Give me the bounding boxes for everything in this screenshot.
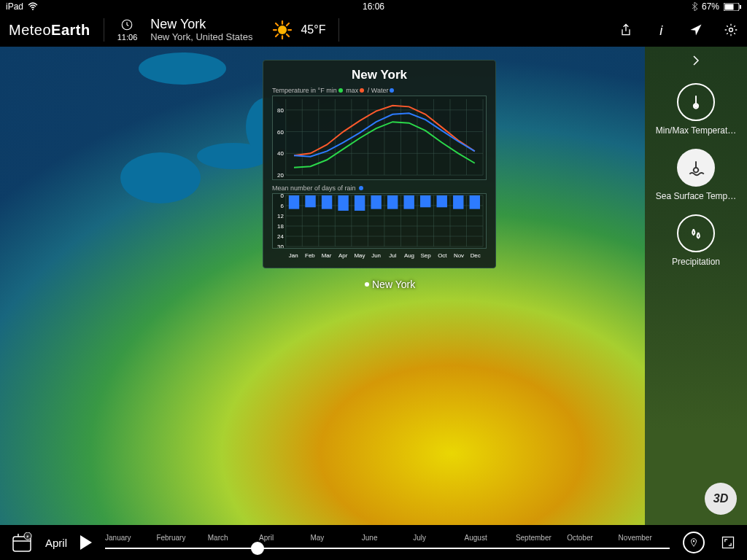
svg-rect-88 xyxy=(723,537,734,548)
layer-sea-surface-temp[interactable]: Sea Surface Temp… xyxy=(652,149,740,201)
svg-text:Mar: Mar xyxy=(322,252,332,259)
fullscreen-icon[interactable] xyxy=(721,535,735,550)
svg-point-87 xyxy=(693,540,694,542)
svg-text:Dec: Dec xyxy=(471,252,481,259)
temp-chart-legend: Temperature in °F min max / Water xyxy=(272,87,487,94)
app-header: MeteoEarth 11:06 New York New York, Unit… xyxy=(0,13,747,47)
calendar-icon: ☀ xyxy=(12,532,32,553)
status-clock: 16:06 xyxy=(363,1,384,12)
svg-point-10 xyxy=(197,143,270,169)
svg-text:Aug: Aug xyxy=(404,252,414,259)
timeline-footer: ☀ April JanuaryFebruaryMarchAprilMayJune… xyxy=(0,525,747,560)
svg-text:80: 80 xyxy=(277,107,284,114)
gmt-clock[interactable]: 11:06 xyxy=(117,18,138,42)
raindrops-icon xyxy=(686,224,705,243)
svg-point-8 xyxy=(139,52,226,85)
svg-text:40: 40 xyxy=(277,150,284,157)
temperature-chart: 20406080 xyxy=(272,96,487,180)
month-slider[interactable]: JanuaryFebruaryMarchAprilMayJuneJulyAugu… xyxy=(105,534,670,551)
svg-text:i: i xyxy=(659,23,663,37)
map-city-marker[interactable]: New York xyxy=(365,279,415,290)
bluetooth-icon xyxy=(692,2,697,11)
marker-dot-icon xyxy=(365,282,369,287)
layer-minmax-temp[interactable]: Min/Max Temperat… xyxy=(652,83,740,136)
svg-rect-62 xyxy=(338,195,348,211)
svg-rect-64 xyxy=(371,195,381,209)
rain-chart: 0612182430 xyxy=(272,193,487,249)
sst-icon xyxy=(686,158,705,177)
svg-text:20: 20 xyxy=(277,172,284,179)
svg-rect-60 xyxy=(305,195,315,207)
share-icon[interactable] xyxy=(619,23,633,37)
svg-rect-59 xyxy=(289,195,299,209)
play-button[interactable] xyxy=(80,535,92,550)
calendar-toggle[interactable]: ☀ xyxy=(12,532,32,553)
sun-icon xyxy=(271,19,293,41)
slider-thumb[interactable] xyxy=(251,542,264,555)
layer-precipitation[interactable]: Precipitation xyxy=(652,214,740,267)
rain-chart-legend: Mean number of days of rain xyxy=(272,184,487,192)
clock-icon xyxy=(120,18,133,31)
svg-text:☀: ☀ xyxy=(26,534,29,539)
svg-text:Nov: Nov xyxy=(454,252,464,259)
popup-title: New York xyxy=(272,68,487,82)
svg-rect-70 xyxy=(470,195,480,209)
svg-text:18: 18 xyxy=(277,223,284,230)
toggle-3d-button[interactable]: 3D xyxy=(705,483,737,515)
svg-rect-69 xyxy=(453,195,463,209)
city-name: New York xyxy=(150,17,252,32)
current-month-label: April xyxy=(45,537,67,549)
svg-point-9 xyxy=(120,152,201,203)
pin-icon xyxy=(689,537,699,548)
chevron-right-icon xyxy=(689,54,703,67)
svg-text:6: 6 xyxy=(280,203,284,209)
svg-point-83 xyxy=(694,104,698,108)
svg-point-7 xyxy=(729,28,733,32)
layer-panel: Min/Max Temperat… Sea Surface Temp… Prec… xyxy=(645,47,747,525)
svg-rect-3 xyxy=(740,5,741,9)
svg-rect-67 xyxy=(420,195,430,207)
collapse-panel-button[interactable] xyxy=(645,54,747,67)
current-weather: 45°F xyxy=(271,19,325,41)
svg-rect-66 xyxy=(403,195,414,209)
svg-text:60: 60 xyxy=(277,129,284,136)
svg-text:Apr: Apr xyxy=(338,252,348,259)
svg-text:Sep: Sep xyxy=(421,252,432,259)
climate-popup: New York Temperature in °F min max / Wat… xyxy=(263,60,496,268)
svg-point-5 xyxy=(278,26,287,34)
thermometer-icon xyxy=(686,93,705,112)
svg-rect-63 xyxy=(355,195,365,211)
svg-rect-65 xyxy=(387,195,398,209)
info-icon[interactable]: i xyxy=(654,23,668,37)
battery-percent: 67% xyxy=(702,1,719,12)
svg-text:30: 30 xyxy=(277,244,284,248)
svg-text:Oct: Oct xyxy=(438,252,447,259)
device-label: iPad xyxy=(6,1,23,12)
gmt-time: 11:06 xyxy=(117,33,138,42)
battery-icon xyxy=(724,3,741,11)
app-logo: MeteoEarth xyxy=(9,22,90,39)
pin-button[interactable] xyxy=(683,532,705,553)
temperature: 45°F xyxy=(301,23,325,36)
gear-icon[interactable] xyxy=(724,23,738,37)
locate-icon[interactable] xyxy=(689,23,703,37)
svg-text:Jun: Jun xyxy=(371,252,381,259)
svg-rect-68 xyxy=(437,195,447,207)
region-name: New York, United States xyxy=(150,32,252,43)
location-selector[interactable]: New York New York, United States xyxy=(150,17,252,43)
svg-text:May: May xyxy=(354,252,365,259)
svg-rect-2 xyxy=(725,4,734,9)
svg-point-0 xyxy=(32,9,34,10)
svg-rect-61 xyxy=(322,195,332,209)
svg-text:Jul: Jul xyxy=(389,252,396,259)
svg-text:0: 0 xyxy=(280,194,284,199)
map-canvas[interactable]: New York New York Temperature in °F min … xyxy=(0,47,645,525)
svg-text:12: 12 xyxy=(277,213,284,219)
wifi-icon xyxy=(28,2,38,11)
svg-text:24: 24 xyxy=(277,233,284,240)
ios-status-bar: iPad 16:06 67% xyxy=(0,0,747,13)
svg-text:Jan: Jan xyxy=(289,252,298,259)
svg-text:Feb: Feb xyxy=(305,252,315,259)
